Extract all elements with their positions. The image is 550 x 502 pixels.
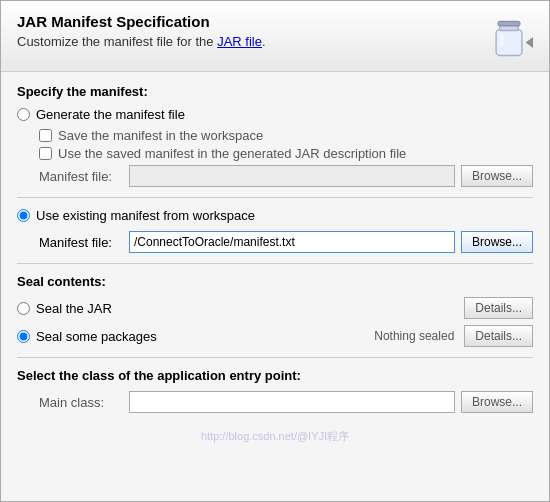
seal-contents-section: Seal contents: Seal the JAR Details... S… [17, 274, 533, 347]
seal-some-row: Seal some packages Nothing sealed Detail… [17, 325, 533, 347]
checkbox-use-saved-label: Use the saved manifest in the generated … [58, 146, 406, 161]
jar-manifest-dialog: JAR Manifest Specification Customize the… [0, 0, 550, 502]
specify-manifest-label: Specify the manifest: [17, 84, 533, 99]
radio-use-existing-input[interactable] [17, 209, 30, 222]
main-class-row: Main class: Browse... [39, 391, 533, 413]
subtitle-prefix: Customize the manifest file for the [17, 34, 217, 49]
divider-2 [17, 263, 533, 264]
checkbox-use-saved-input[interactable] [39, 147, 52, 160]
seal-jar-row: Seal the JAR Details... [17, 297, 533, 319]
main-class-input[interactable] [129, 391, 455, 413]
jar-icon [485, 13, 533, 61]
radio-seal-jar-input[interactable] [17, 302, 30, 315]
seal-contents-label: Seal contents: [17, 274, 533, 289]
manifest-browse-button-existing[interactable]: Browse... [461, 231, 533, 253]
dialog-header-text: JAR Manifest Specification Customize the… [17, 13, 475, 49]
entry-point-section: Select the class of the application entr… [17, 368, 533, 413]
watermark: http://blog.csdn.net/@IYJI程序 [17, 429, 533, 444]
svg-rect-2 [498, 21, 520, 26]
radio-seal-jar-label: Seal the JAR [36, 301, 112, 316]
main-class-browse-button[interactable]: Browse... [461, 391, 533, 413]
dialog-header: JAR Manifest Specification Customize the… [1, 1, 549, 72]
subtitle-suffix: . [262, 34, 266, 49]
generate-checkboxes: Save the manifest in the workspace Use t… [39, 128, 533, 161]
radio-seal-some[interactable]: Seal some packages [17, 329, 374, 344]
manifest-file-label-existing: Manifest file: [39, 235, 129, 250]
manifest-browse-button-generate[interactable]: Browse... [461, 165, 533, 187]
radio-generate-label: Generate the manifest file [36, 107, 185, 122]
radio-seal-some-input[interactable] [17, 330, 30, 343]
radio-use-existing[interactable]: Use existing manifest from workspace [17, 208, 533, 223]
manifest-file-row-generate: Manifest file: Browse... [39, 165, 533, 187]
subtitle-link: JAR file [217, 34, 262, 49]
radio-use-existing-label: Use existing manifest from workspace [36, 208, 255, 223]
radio-seal-some-label: Seal some packages [36, 329, 157, 344]
seal-some-details-button[interactable]: Details... [464, 325, 533, 347]
dialog-body: Specify the manifest: Generate the manif… [1, 72, 549, 501]
main-class-label: Main class: [39, 395, 129, 410]
checkbox-save-workspace-input[interactable] [39, 129, 52, 142]
entry-point-label: Select the class of the application entr… [17, 368, 533, 383]
use-existing-link: manifest from workspace [110, 208, 255, 223]
radio-generate-input[interactable] [17, 108, 30, 121]
dialog-subtitle: Customize the manifest file for the JAR … [17, 34, 475, 49]
seal-jar-details-button[interactable]: Details... [464, 297, 533, 319]
dialog-title: JAR Manifest Specification [17, 13, 475, 30]
use-existing-text-part1: Use existing [36, 208, 110, 223]
manifest-file-input-generate[interactable] [129, 165, 455, 187]
manifest-file-input-existing[interactable] [129, 231, 455, 253]
checkbox-save-workspace[interactable]: Save the manifest in the workspace [39, 128, 533, 143]
nothing-sealed-text: Nothing sealed [374, 329, 454, 343]
checkbox-use-saved[interactable]: Use the saved manifest in the generated … [39, 146, 533, 161]
manifest-file-label-generate: Manifest file: [39, 169, 129, 184]
divider-1 [17, 197, 533, 198]
radio-seal-jar[interactable]: Seal the JAR [17, 301, 464, 316]
svg-rect-3 [500, 33, 504, 46]
radio-generate[interactable]: Generate the manifest file [17, 107, 533, 122]
checkbox-save-workspace-label: Save the manifest in the workspace [58, 128, 263, 143]
svg-marker-4 [526, 37, 533, 48]
manifest-file-row-existing: Manifest file: Browse... [39, 231, 533, 253]
divider-3 [17, 357, 533, 358]
